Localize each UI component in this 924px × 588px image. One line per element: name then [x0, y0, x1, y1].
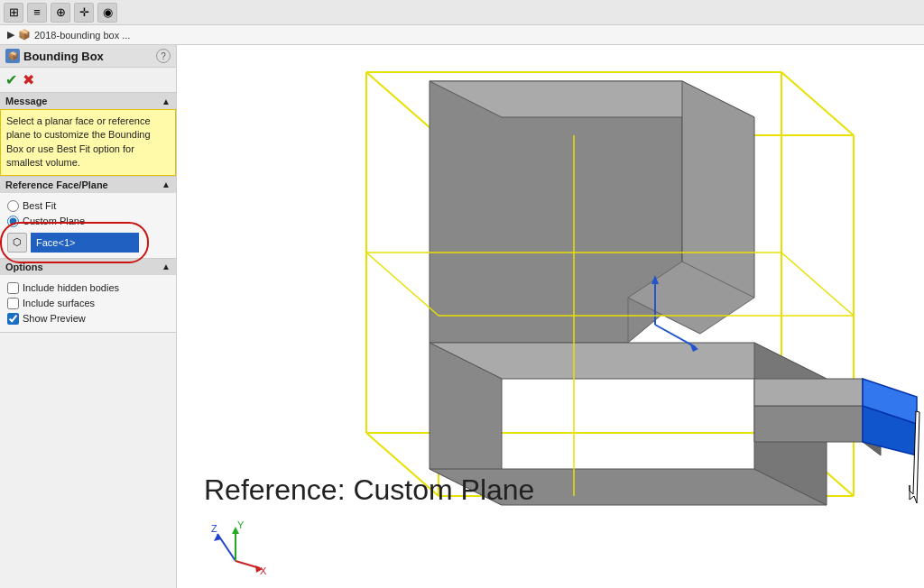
options-section-label: Options — [5, 262, 43, 272]
show-preview-label: Show Preview — [23, 313, 86, 324]
breadcrumb-arrow: ▶ — [7, 29, 14, 41]
cancel-button[interactable]: ✖ — [23, 71, 34, 88]
toolbar-icon-2[interactable]: ≡ — [27, 3, 47, 23]
show-preview-checkbox[interactable] — [7, 313, 19, 325]
options-section-content: Include hidden bodies Include surfaces S… — [0, 275, 176, 332]
message-section: Message ▲ Select a planar face or refere… — [0, 93, 176, 177]
custom-plane-option[interactable]: Custom Plane — [7, 214, 169, 229]
svg-marker-20 — [754, 406, 863, 442]
custom-plane-radio[interactable] — [7, 216, 19, 227]
best-fit-radio[interactable] — [7, 200, 19, 212]
panel-title: Bounding Box — [23, 50, 104, 63]
reference-section-header[interactable]: Reference Face/Plane ▲ — [0, 177, 176, 193]
toolbar-icon-3[interactable]: ⊕ — [51, 3, 70, 23]
svg-marker-15 — [682, 81, 754, 298]
svg-text:Y: Y — [237, 519, 245, 530]
panel-header: 📦 Bounding Box ? — [0, 45, 176, 68]
message-collapse-icon: ▲ — [162, 96, 171, 106]
message-section-label: Message — [5, 96, 47, 106]
reference-label: Reference: Custom Plane — [204, 473, 534, 507]
toolbar-icon-5[interactable]: ◉ — [97, 3, 117, 23]
options-section-header[interactable]: Options ▲ — [0, 259, 176, 275]
left-panel: 📦 Bounding Box ? ✔ ✖ Message ▲ Select a … — [0, 45, 177, 588]
svg-text:Z: Z — [211, 523, 217, 534]
include-hidden-label: Include hidden bodies — [23, 282, 119, 293]
reference-collapse-icon: ▲ — [162, 179, 171, 189]
svg-marker-21 — [754, 379, 863, 406]
svg-text:X: X — [260, 565, 267, 576]
include-hidden-checkbox[interactable] — [7, 282, 19, 294]
custom-plane-label: Custom Plane — [23, 216, 85, 226]
include-surfaces-label: Include surfaces — [23, 298, 95, 308]
include-hidden-option[interactable]: Include hidden bodies — [7, 280, 169, 296]
panel-icon: 📦 — [5, 49, 20, 63]
ok-button[interactable]: ✔ — [5, 71, 17, 88]
help-icon[interactable]: ? — [156, 49, 171, 63]
message-section-header[interactable]: Message ▲ — [0, 93, 176, 109]
axes-indicator: Z Y X — [204, 516, 258, 570]
reference-section-content: Best Fit Custom Plane ⬡ — [0, 193, 176, 258]
reference-section: Reference Face/Plane ▲ Best Fit Custom P… — [0, 177, 176, 259]
face-input[interactable] — [31, 233, 139, 253]
message-text: Select a planar face or reference plane … — [6, 115, 151, 168]
best-fit-option[interactable]: Best Fit — [7, 198, 169, 214]
face-icon-button[interactable]: ⬡ — [7, 233, 27, 253]
panel-title-row: 📦 Bounding Box — [5, 49, 104, 63]
options-section: Options ▲ Include hidden bodies Include … — [0, 259, 176, 333]
toolbar-icon-1[interactable]: ⊞ — [4, 3, 23, 23]
breadcrumb-text: 2018-bounding box ... — [34, 30, 130, 41]
options-collapse-icon: ▲ — [162, 262, 171, 271]
toolbar: ⊞ ≡ ⊕ ✛ ◉ — [0, 0, 924, 25]
reference-label-text: Reference: Custom Plane — [204, 473, 534, 506]
reference-section-label: Reference Face/Plane — [5, 179, 108, 190]
face-input-row: ⬡ — [7, 233, 169, 253]
include-surfaces-checkbox[interactable] — [7, 298, 19, 309]
toolbar-icon-4[interactable]: ✛ — [74, 3, 94, 23]
include-surfaces-option[interactable]: Include surfaces — [7, 296, 169, 311]
main-layout: 📦 Bounding Box ? ✔ ✖ Message ▲ Select a … — [0, 45, 924, 588]
breadcrumb-icon: 📦 — [18, 29, 31, 41]
show-preview-option[interactable]: Show Preview — [7, 311, 169, 326]
message-box: Select a planar face or reference plane … — [0, 109, 176, 176]
viewport[interactable]: Reference: Custom Plane Z Y X — [177, 45, 924, 588]
action-buttons: ✔ ✖ — [0, 68, 176, 93]
best-fit-label: Best Fit — [23, 200, 56, 211]
breadcrumb: ▶ 📦 2018-bounding box ... — [0, 25, 924, 45]
